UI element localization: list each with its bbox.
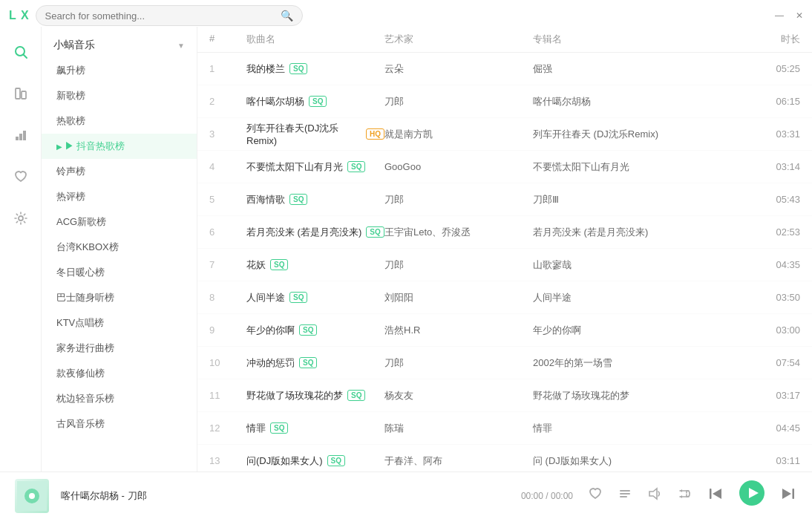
table-row[interactable]: 12 情罪 SQ 陈瑞 情罪 04:45 bbox=[197, 412, 812, 445]
play-button[interactable] bbox=[739, 480, 764, 511]
row-duration: 03:17 bbox=[741, 390, 800, 401]
quality-badge: SQ bbox=[347, 161, 365, 172]
sidebar-item-bashi[interactable]: 巴士随身听榜 bbox=[42, 285, 197, 310]
sidebar-icon-search[interactable] bbox=[7, 39, 34, 65]
col-num: # bbox=[209, 33, 246, 46]
row-album: 年少的你啊 bbox=[533, 324, 741, 337]
total-time: 00:00 bbox=[551, 491, 573, 501]
row-number: 2 bbox=[209, 96, 246, 107]
table-row[interactable]: 5 西海情歌 SQ 刀郎 刀郎Ⅲ 05:43 bbox=[197, 183, 812, 216]
volume-button[interactable] bbox=[647, 486, 662, 505]
title-bar-right: — ✕ bbox=[775, 10, 803, 21]
row-album: 喀什噶尔胡杨 bbox=[533, 95, 741, 108]
nav-section-main: 小蜗音乐 ▼ 飙升榜新歌榜热歌榜▶ 抖音热歌榜铃声榜热评榜ACG新歌榜台湾KKB… bbox=[42, 27, 197, 443]
row-number: 7 bbox=[209, 259, 246, 270]
table-row[interactable]: 1 我的楼兰 SQ 云朵 倔强 05:25 bbox=[197, 53, 812, 85]
sidebar-item-taiwan[interactable]: 台湾KKBOX榜 bbox=[42, 235, 197, 260]
player-title: 喀什噶尔胡杨 - 刀郎 bbox=[61, 489, 150, 503]
minimize-button[interactable]: — bbox=[775, 10, 784, 21]
icon-sidebar bbox=[0, 27, 42, 471]
row-number: 9 bbox=[209, 324, 246, 336]
sidebar-item-lingshen[interactable]: 铃声榜 bbox=[42, 159, 197, 184]
row-album: 刀郎Ⅲ bbox=[533, 193, 741, 206]
row-artist: 陈瑞 bbox=[384, 422, 533, 435]
sidebar-item-douyin[interactable]: ▶ 抖音热歌榜 bbox=[42, 134, 197, 159]
row-number: 13 bbox=[209, 455, 246, 466]
player-info: 喀什噶尔胡杨 - 刀郎 bbox=[61, 489, 150, 503]
nav-items: 飙升榜新歌榜热歌榜▶ 抖音热歌榜铃声榜热评榜ACG新歌榜台湾KKBOX榜冬日暖心… bbox=[42, 58, 197, 437]
nav-main-header[interactable]: 小蜗音乐 ▼ bbox=[42, 33, 197, 58]
col-album: 专辑名 bbox=[533, 33, 741, 46]
sidebar-icon-library[interactable] bbox=[7, 80, 34, 107]
row-album: 情罪 bbox=[533, 422, 741, 435]
row-duration: 06:15 bbox=[741, 96, 800, 107]
table-row[interactable]: 6 若月亮没来 (若是月亮没来) SQ 王宇宙Leto、乔浚丞 若月亮没来 (若… bbox=[197, 216, 812, 249]
quality-badge: SQ bbox=[299, 357, 317, 368]
row-number: 8 bbox=[209, 292, 246, 303]
search-bar[interactable]: 🔍 bbox=[36, 5, 303, 26]
row-album: 山歌寥哉 bbox=[533, 258, 741, 272]
sidebar-item-ktv[interactable]: KTV点唱榜 bbox=[42, 310, 197, 336]
sidebar-item-dongri[interactable]: 冬日暖心榜 bbox=[42, 260, 197, 285]
row-artist: 浩然H.R bbox=[384, 324, 533, 337]
table-row[interactable]: 11 野花做了场玫瑰花的梦 SQ 杨友友 野花做了场玫瑰花的梦 03:17 bbox=[197, 379, 812, 412]
prev-button[interactable] bbox=[707, 485, 724, 506]
row-album: 不要慌太阳下山有月光 bbox=[533, 160, 741, 174]
sidebar-icon-settings[interactable] bbox=[7, 205, 34, 232]
table-row[interactable]: 2 喀什噶尔胡杨 SQ 刀郎 喀什噶尔胡杨 06:15 bbox=[197, 85, 812, 118]
row-duration: 07:54 bbox=[741, 357, 800, 368]
sidebar-item-kuanye[interactable]: 款夜修仙榜 bbox=[42, 361, 197, 386]
svg-rect-5 bbox=[19, 134, 22, 140]
table-row[interactable]: 4 不要慌太阳下山有月光 SQ GooGoo 不要慌太阳下山有月光 03:14 bbox=[197, 151, 812, 183]
lyrics-button[interactable] bbox=[618, 486, 632, 505]
sidebar-item-acg[interactable]: ACG新歌榜 bbox=[42, 209, 197, 235]
table-row[interactable]: 8 人间半途 SQ 刘阳阳 人间半途 03:50 bbox=[197, 281, 812, 314]
player-controls: 00:00 / 00:00 bbox=[521, 480, 797, 511]
sidebar-item-xinge[interactable]: 新歌榜 bbox=[42, 83, 197, 108]
player-cover bbox=[15, 479, 49, 513]
sidebar-item-zhenbian[interactable]: 枕边轻音乐榜 bbox=[42, 386, 197, 411]
table-row[interactable]: 3 列车开往春天(DJ沈乐Remix) HQ 就是南方凯 列车开往春天 (DJ沈… bbox=[197, 118, 812, 151]
quality-badge: SQ bbox=[289, 194, 307, 205]
col-artist: 艺术家 bbox=[384, 33, 533, 46]
table-row[interactable]: 9 年少的你啊 SQ 浩然H.R 年少的你啊 03:00 bbox=[197, 314, 812, 347]
quality-badge: SQ bbox=[366, 226, 384, 238]
table-row[interactable]: 13 问(DJ版如果女人) SQ 于春洋、阿布 问 (DJ版如果女人) 03:1… bbox=[197, 445, 812, 471]
sidebar-item-piaosheng[interactable]: 飙升榜 bbox=[42, 58, 197, 83]
svg-marker-20 bbox=[782, 489, 791, 499]
svg-marker-14 bbox=[649, 489, 657, 499]
sidebar-item-repinbang[interactable]: 热评榜 bbox=[42, 184, 197, 209]
sidebar-icon-favorites[interactable] bbox=[7, 163, 34, 190]
row-title: 野花做了场玫瑰花的梦 SQ bbox=[246, 389, 384, 402]
row-artist: 刀郎 bbox=[384, 258, 533, 272]
table-row[interactable]: 7 花妖 SQ 刀郎 山歌寥哉 04:35 bbox=[197, 249, 812, 281]
row-title: 情罪 SQ bbox=[246, 422, 384, 435]
close-button[interactable]: ✕ bbox=[796, 10, 803, 21]
table-row[interactable]: 10 冲动的惩罚 SQ 刀郎 2002年的第一场雪 07:54 bbox=[197, 347, 812, 379]
next-button[interactable] bbox=[779, 485, 797, 506]
quality-badge: SQ bbox=[347, 390, 365, 401]
svg-point-7 bbox=[19, 216, 23, 221]
row-artist: 云朵 bbox=[384, 62, 533, 76]
sidebar-icon-chart[interactable] bbox=[7, 122, 34, 148]
sidebar-item-rige[interactable]: 热歌榜 bbox=[42, 108, 197, 134]
search-input[interactable] bbox=[45, 10, 281, 22]
row-album: 野花做了场玫瑰花的梦 bbox=[533, 389, 741, 402]
row-title: 问(DJ版如果女人) SQ bbox=[246, 454, 384, 468]
row-number: 1 bbox=[209, 63, 246, 74]
row-number: 6 bbox=[209, 226, 246, 238]
loop-button[interactable] bbox=[677, 486, 692, 505]
row-title: 列车开往春天(DJ沈乐Remix) HQ bbox=[246, 122, 384, 146]
sidebar-item-jiawu[interactable]: 家务进行曲榜 bbox=[42, 336, 197, 361]
svg-line-1 bbox=[23, 55, 27, 59]
svg-rect-4 bbox=[16, 137, 19, 140]
row-number: 12 bbox=[209, 422, 246, 434]
quality-badge: SQ bbox=[309, 96, 327, 107]
row-album: 倔强 bbox=[533, 62, 741, 76]
quality-badge: SQ bbox=[299, 324, 317, 336]
svg-rect-12 bbox=[620, 493, 630, 494]
favorite-button[interactable] bbox=[588, 486, 603, 505]
svg-point-10 bbox=[29, 493, 35, 499]
sidebar-item-gufeng[interactable]: 古风音乐榜 bbox=[42, 411, 197, 437]
search-icon[interactable]: 🔍 bbox=[281, 10, 293, 22]
